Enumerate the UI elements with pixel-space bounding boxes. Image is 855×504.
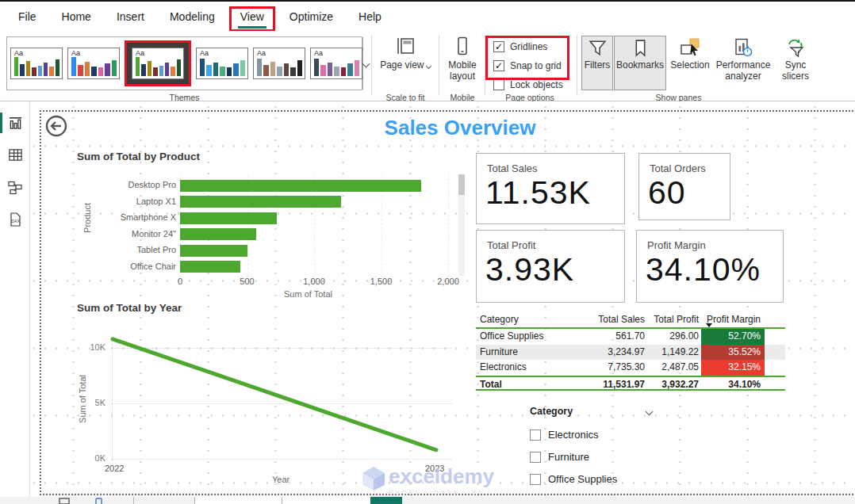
bar-category-label: Office Chair (100, 258, 176, 275)
bar-desktop-pro[interactable] (180, 180, 421, 192)
table-header-row[interactable]: CategoryTotal SalesTotal ProfitProfit Ma… (476, 311, 785, 329)
menu-item-file[interactable]: File (18, 10, 36, 23)
bar-tablet-pro[interactable] (180, 245, 247, 257)
gridline (112, 403, 451, 404)
page-view-label: Page view (380, 59, 424, 71)
selection-pane-button[interactable]: Selection (669, 36, 711, 71)
report-view-icon (8, 116, 23, 131)
menu-item-insert[interactable]: Insert (117, 10, 144, 23)
performance-analyzer-button[interactable]: Performance analyzer (712, 36, 774, 82)
theme-thumbnail-5[interactable]: Aa (253, 48, 305, 79)
view-sidebar: DAX (0, 101, 30, 497)
theme-thumbnail-1[interactable]: Aa (10, 48, 63, 79)
powerbi-window: FileHomeInsertModelingViewOptimizeHelp A… (0, 0, 855, 504)
checkbox-unchecked-icon[interactable] (530, 430, 541, 441)
card-value: 11.53K (485, 174, 591, 212)
theme-thumbnail-2[interactable]: Aa (67, 48, 120, 79)
category-slicer[interactable]: Category ElectronicsFurnitureOffice Supp… (530, 404, 657, 485)
theme-color-bars (14, 55, 59, 76)
table-cell: 34.10% (701, 377, 765, 390)
menu-item-modeling[interactable]: Modeling (170, 10, 215, 23)
theme-color-bars (200, 55, 245, 76)
gridline (112, 343, 113, 460)
menu-item-home[interactable]: Home (62, 10, 91, 23)
mobile-layout-label: Mobile layout (448, 59, 476, 82)
card-total-orders[interactable]: Total Orders 60 (638, 153, 730, 220)
watermark-brand: exceldemy (389, 466, 494, 487)
table-cell: Total Profit (645, 311, 699, 327)
slicer-title: Category (530, 406, 573, 417)
themes-dropdown-button[interactable] (362, 37, 369, 90)
table-row[interactable]: Furniture3,234.971,149.2235.52% (476, 345, 785, 361)
monitor-icon[interactable] (59, 498, 70, 504)
performance-analyzer-label: Performance analyzer (716, 59, 771, 82)
mobile-layout-button[interactable]: Mobile layout (442, 36, 483, 82)
bookmarks-label: Bookmarks (616, 59, 664, 71)
selection-icon (680, 37, 700, 58)
checkbox-unchecked-icon[interactable] (530, 452, 541, 463)
page-view-button[interactable]: Page view (376, 36, 435, 71)
menu-item-help[interactable]: Help (358, 10, 381, 23)
sort-descending-icon[interactable] (706, 323, 712, 327)
line-chart-title: Sum of Total by Year (77, 302, 182, 314)
sidebar-item-data-view[interactable] (0, 141, 30, 168)
table-cell: Category (476, 311, 569, 327)
bar-category-label: Tablet Pro (100, 242, 176, 258)
slicer-item-electronics[interactable]: Electronics (530, 429, 657, 441)
checkbox-unchecked-icon[interactable] (530, 474, 541, 485)
sidebar-item-report-view[interactable] (0, 109, 30, 136)
bar-smartphone-x[interactable] (180, 212, 277, 224)
slicer-item-furniture[interactable]: Furniture (530, 451, 657, 463)
report-canvas[interactable]: Sales Overview Sum of Total by Product D… (30, 101, 855, 497)
scrollbar-thumb[interactable] (458, 174, 465, 195)
theme-thumbnail-3[interactable]: Aa (132, 48, 184, 79)
y-tick-label: 10K (82, 342, 105, 352)
bar-chart-y-axis-title: Product (82, 203, 92, 233)
card-label: Total Profit (487, 239, 535, 251)
theme-color-bars (71, 55, 117, 76)
card-total-profit[interactable]: Total Profit 3.93K (476, 230, 625, 303)
strip-page-indicator[interactable] (370, 497, 402, 504)
sync-slicers-button[interactable]: Sync slicers (776, 36, 815, 82)
card-profit-margin[interactable]: Profit Margin 34.10% (636, 230, 784, 303)
slicer-item-label: Electronics (548, 429, 599, 441)
mobile-layout-icon (452, 36, 473, 56)
theme-thumbnail-6[interactable]: Aa (310, 48, 362, 79)
bookmark-icon (631, 38, 650, 58)
checkbox-lock-objects[interactable]: Lock objects (493, 79, 563, 90)
checkbox-unchecked-icon[interactable] (493, 79, 504, 90)
bookmarks-pane-button[interactable]: Bookmarks (614, 36, 666, 90)
bar-chart-category-axis: Desktop ProLaptop X1Smartphone XMonitor … (100, 177, 176, 274)
bar-chart-scrollbar[interactable] (458, 174, 465, 276)
bar-chart-plot[interactable] (180, 178, 448, 277)
table-row[interactable]: Total11,531.973,932.2734.10% (476, 376, 785, 391)
strip-segment (195, 497, 370, 504)
table-row[interactable]: Office Supplies561.70296.0052.70% (476, 329, 785, 345)
menu-item-view[interactable]: View (240, 10, 264, 23)
bar-laptop-x1[interactable] (180, 196, 341, 208)
card-label: Profit Margin (647, 239, 706, 251)
theme-thumbnail-4[interactable]: Aa (196, 48, 248, 79)
checkbox-label: Lock objects (510, 79, 563, 90)
card-total-sales[interactable]: Total Sales 11.53K (476, 153, 625, 224)
summary-table[interactable]: CategoryTotal SalesTotal ProfitProfit Ma… (476, 311, 785, 391)
phone-icon[interactable] (95, 498, 102, 504)
sidebar-item-model-view[interactable] (0, 174, 30, 201)
bar-office-chair[interactable] (180, 261, 240, 273)
selection-label: Selection (670, 59, 709, 71)
table-cell: 3,234.97 (569, 345, 645, 361)
back-button[interactable] (45, 115, 67, 137)
slicer-header[interactable]: Category (530, 404, 657, 418)
table-cell: 1,149.22 (645, 345, 699, 361)
card-value: 60 (648, 174, 686, 212)
sidebar-item-dax-query-view[interactable]: DAX (0, 206, 30, 233)
sync-slicers-label: Sync slicers (782, 59, 809, 82)
bar-chart-x-axis-title: Sum of Total (284, 289, 332, 299)
table-row[interactable]: Electronics7,735.302,487.0532.15% (476, 360, 785, 376)
bar-monitor-24-[interactable] (180, 228, 256, 240)
bar-category-label: Desktop Pro (100, 177, 176, 193)
filters-pane-button[interactable]: Filters (581, 36, 613, 90)
menu-item-optimize[interactable]: Optimize (289, 10, 333, 23)
watermark: exceldemy EXCEL · DATA · BI (362, 466, 494, 496)
slicer-item-office-supplies[interactable]: Office Supplies (530, 473, 657, 485)
